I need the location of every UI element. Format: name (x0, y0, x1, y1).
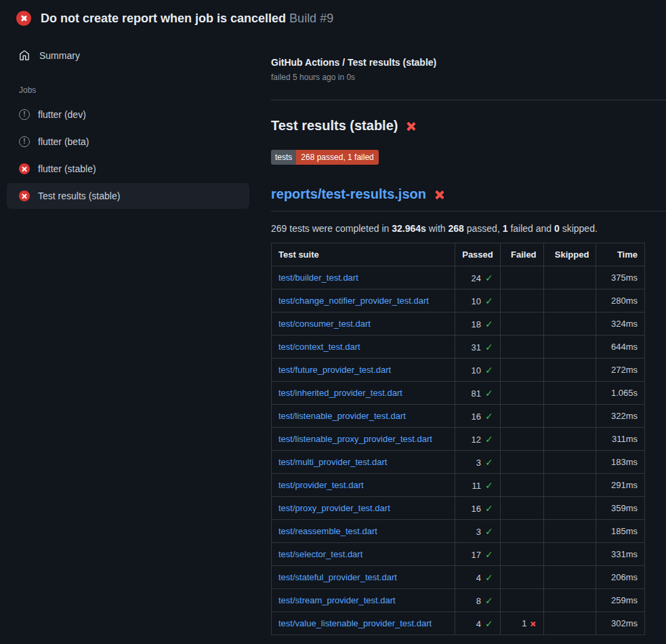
failed-cell (500, 566, 543, 589)
check-icon: ✓ (485, 388, 493, 399)
summary-label: Summary (39, 50, 80, 61)
time-cell: 291ms (596, 474, 645, 497)
table-row: test/change_notifier_provider_test.dart1… (272, 289, 645, 313)
time-cell: 185ms (596, 520, 645, 543)
suite-link[interactable]: test/stateful_provider_test.dart (278, 572, 397, 582)
suite-link[interactable]: test/consumer_test.dart (278, 319, 371, 329)
sidebar-item-job[interactable]: !flutter (beta) (7, 129, 249, 155)
failed-x-icon (406, 121, 416, 132)
check-icon: ✓ (485, 618, 493, 629)
table-row: test/multi_provider_test.dart3✓183ms (272, 451, 645, 474)
suite-link[interactable]: test/inherited_provider_test.dart (278, 388, 402, 398)
check-icon: ✓ (485, 480, 493, 491)
table-row: test/stateful_provider_test.dart4✓206ms (272, 566, 645, 589)
column-header: Skipped (543, 243, 596, 266)
passed-count: 17 (472, 550, 481, 560)
check-icon: ✓ (485, 342, 493, 353)
check-icon: ✓ (485, 365, 493, 376)
suite-cell: test/consumer_test.dart (272, 313, 455, 336)
suite-link[interactable]: test/provider_test.dart (278, 480, 364, 490)
suite-link[interactable]: test/multi_provider_test.dart (278, 457, 387, 467)
passed-count: 10 (472, 296, 481, 306)
section-title-text: Test results (stable) (271, 118, 398, 133)
sidebar-item-summary[interactable]: Summary (0, 43, 257, 68)
failed-cell: 1 (500, 612, 543, 635)
job-label: Test results (stable) (38, 190, 120, 201)
suite-link[interactable]: test/stream_provider_test.dart (278, 595, 396, 605)
time-cell: 311ms (596, 428, 645, 451)
failed-cell (500, 520, 543, 543)
table-row: test/consumer_test.dart18✓324ms (272, 313, 645, 336)
failed-status-icon (19, 190, 30, 201)
passed-cell: 16✓ (455, 405, 501, 428)
summary-text-part: skipped. (560, 223, 598, 234)
sidebar-item-job[interactable]: Test results (stable) (7, 183, 249, 209)
report-link[interactable]: reports/test-results.json (271, 186, 426, 201)
suite-cell: test/proxy_provider_test.dart (272, 497, 455, 520)
time-cell: 359ms (596, 497, 645, 520)
neutral-status-icon: ! (19, 136, 30, 147)
summary-skipped-count: 0 (554, 223, 560, 234)
check-icon: ✓ (485, 572, 493, 583)
time-cell: 259ms (596, 589, 645, 612)
passed-cell: 11✓ (455, 474, 501, 497)
time-cell: 206ms (596, 566, 645, 589)
table-row: test/provider_test.dart11✓291ms (272, 474, 645, 497)
suite-link[interactable]: test/context_test.dart (278, 342, 360, 352)
failed-cell (500, 405, 543, 428)
failed-cell (500, 289, 543, 313)
check-icon: ✓ (485, 296, 493, 306)
summary-text-part: with (426, 223, 449, 234)
jobs-list: !flutter (dev)!flutter (beta)flutter (st… (0, 102, 257, 209)
passed-cell: 10✓ (455, 359, 501, 382)
summary-text-part: failed and (508, 223, 555, 234)
skipped-cell (543, 612, 596, 635)
passed-count: 16 (472, 504, 481, 514)
skipped-cell (543, 520, 596, 543)
failed-cell (500, 589, 543, 612)
summary-duration: 32.964s (392, 223, 426, 234)
suite-cell: test/future_provider_test.dart (272, 359, 455, 382)
suite-link[interactable]: test/change_notifier_provider_test.dart (278, 296, 429, 306)
failed-count: 1 (522, 618, 526, 628)
fail-x-icon (530, 621, 537, 627)
suite-link[interactable]: test/reassemble_test.dart (278, 526, 377, 536)
suite-link[interactable]: test/listenable_proxy_provider_test.dart (278, 434, 432, 444)
failed-cell (500, 428, 543, 451)
table-row: test/inherited_provider_test.dart81✓1.06… (272, 382, 645, 405)
sidebar-item-job[interactable]: !flutter (dev) (7, 102, 249, 127)
divider (271, 100, 666, 100)
check-icon: ✓ (485, 434, 493, 445)
suite-cell: test/provider_test.dart (272, 474, 455, 497)
suite-link[interactable]: test/selector_test.dart (278, 549, 362, 559)
time-cell: 302ms (596, 612, 645, 635)
column-header: Test suite (272, 243, 455, 266)
table-row: test/selector_test.dart17✓331ms (272, 543, 645, 566)
passed-cell: 24✓ (455, 266, 501, 289)
sidebar-item-job[interactable]: flutter (stable) (7, 156, 249, 182)
suite-link[interactable]: test/listenable_provider_test.dart (278, 411, 406, 421)
suite-link[interactable]: test/builder_test.dart (278, 273, 358, 283)
passed-cell: 16✓ (455, 497, 501, 520)
failed-status-icon (19, 163, 30, 174)
time-cell: 375ms (596, 266, 645, 289)
check-icon: ✓ (485, 595, 493, 606)
time-cell: 644ms (596, 336, 645, 359)
summary-text-part: passed, (464, 223, 503, 234)
suite-link[interactable]: test/value_listenable_provider_test.dart (278, 618, 432, 628)
passed-count: 3 (476, 527, 481, 537)
main-panel: GitHub Actions / Test results (stable) f… (257, 34, 666, 644)
failed-cell (500, 497, 543, 520)
home-icon (19, 50, 30, 61)
build-header: Do not create report when job is cancell… (0, 0, 666, 34)
passed-count: 16 (472, 411, 481, 422)
check-icon: ✓ (485, 549, 493, 560)
section-title: Test results (stable) (271, 118, 666, 134)
suite-link[interactable]: test/proxy_provider_test.dart (278, 503, 390, 513)
suite-link[interactable]: test/future_provider_test.dart (278, 365, 391, 375)
suite-cell: test/inherited_provider_test.dart (272, 382, 455, 405)
x-glyph (22, 166, 28, 172)
passed-cell: 8✓ (455, 589, 501, 612)
column-header: Passed (455, 243, 501, 266)
check-icon: ✓ (485, 411, 493, 422)
